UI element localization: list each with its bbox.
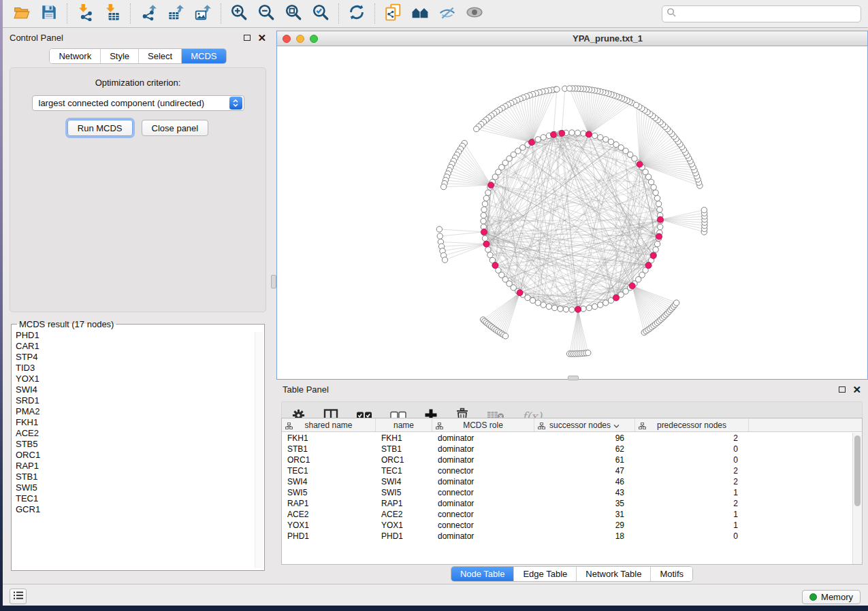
node-table: shared name name MCDS role successor nod… [281,418,863,565]
open-button[interactable] [8,2,35,25]
float-panel-icon[interactable] [244,35,251,41]
table-row[interactable]: PHD1PHD1dominator180 [282,531,852,542]
column-header-successor-nodes[interactable]: successor nodes [534,418,635,431]
optimization-criterion-select[interactable]: largest connected component (undirected) [32,95,244,111]
application-window: Control Panel ✕ Network Style Select MCD… [3,0,868,606]
fit-content-icon [285,3,302,24]
float-table-panel-icon[interactable] [839,386,846,393]
table-row[interactable]: STB1STB1dominator620 [282,444,852,455]
mcds-result-item[interactable]: TEC1 [16,493,264,504]
mcds-result-item[interactable]: ORC1 [16,450,264,461]
window-close-icon[interactable] [283,35,291,43]
window-minimize-icon[interactable] [296,35,304,43]
refresh-icon [348,3,366,24]
network-window-titlebar[interactable]: YPA_prune.txt_1 [277,31,867,46]
table-row[interactable]: SWI5SWI5connector431 [282,487,852,498]
first-neighbors-button[interactable] [406,2,434,25]
mcds-result-item[interactable]: STP4 [16,352,264,363]
mcds-result-item[interactable]: TID3 [16,363,264,374]
table-scrollbar-thumb[interactable] [854,435,861,506]
table-cell: RAP1 [376,498,432,509]
import-network-button[interactable] [71,2,99,25]
mcds-result-item[interactable]: GCR1 [16,504,264,515]
export-table-button[interactable] [162,2,189,25]
tab-edge-table[interactable]: Edge Table [513,567,576,581]
table-cell: ACE2 [282,509,376,520]
memory-button[interactable]: Memory [802,590,861,604]
toolbar-separator [338,3,339,24]
tab-style[interactable]: Style [100,49,138,63]
column-header-predecessor-nodes[interactable]: predecessor nodes [635,418,749,431]
mcds-result-item[interactable]: CAR1 [16,341,264,352]
search-field[interactable] [662,5,861,22]
clone-network-button[interactable] [379,2,406,25]
zoom-in-button[interactable] [225,2,253,25]
mcds-result-item[interactable]: YOX1 [16,374,264,384]
mcds-result-item[interactable]: ACE2 [16,428,264,439]
show-all-button[interactable] [461,2,488,25]
mcds-result-list: PHD1CAR1STP4TID3YOX1SWI4SRD1PMA2FKH1ACE2… [16,330,264,559]
mcds-result-item[interactable]: PMA2 [16,406,264,417]
mcds-result-item[interactable]: PHD1 [16,330,264,341]
mcds-result-item[interactable]: SWI5 [16,482,264,493]
table-cell: 96 [534,433,635,444]
mcds-result-item[interactable]: STB1 [16,472,264,482]
hide-selected-button[interactable] [434,2,461,25]
table-row[interactable]: ACE2ACE2connector311 [282,509,852,520]
table-cell: 2 [635,498,749,509]
tab-network-table[interactable]: Network Table [576,567,650,581]
mcds-result-scrollbar[interactable] [255,332,263,568]
tab-motifs[interactable]: Motifs [650,567,692,581]
table-cell: TEC1 [282,465,376,476]
horizontal-splitter-handle[interactable] [568,376,579,380]
mcds-result-item[interactable]: RAP1 [16,461,264,472]
import-table-button[interactable] [99,2,126,25]
column-header-name[interactable]: name [376,418,432,431]
refresh-button[interactable] [343,2,370,25]
table-cell: 1 [635,487,749,498]
zoom-selected-icon [312,3,329,24]
control-panel-title: Control Panel [10,33,63,43]
vertical-splitter-handle[interactable] [271,275,276,288]
tab-select[interactable]: Select [138,49,181,63]
save-button[interactable] [35,2,63,25]
table-scrollbar[interactable] [852,433,862,564]
network-window-title: YPA_prune.txt_1 [573,33,643,44]
export-image-button[interactable] [189,2,216,25]
table-cell: ORC1 [282,455,376,465]
search-input[interactable] [677,9,856,19]
close-table-panel-icon[interactable]: ✕ [852,384,861,395]
column-header-shared-name[interactable]: shared name [282,418,376,431]
mcds-result-item[interactable]: SWI4 [16,384,264,395]
network-canvas[interactable] [277,46,867,379]
zoom-out-button[interactable] [253,2,280,25]
table-cell: YOX1 [282,520,376,531]
tab-mcds[interactable]: MCDS [181,49,225,63]
tab-node-table[interactable]: Node Table [451,567,514,581]
table-row[interactable]: ORC1ORC1dominator610 [282,455,852,465]
fit-content-button[interactable] [280,2,307,25]
table-row[interactable]: YOX1YOX1connector291 [282,520,852,531]
column-header-mcds-role[interactable]: MCDS role [432,418,534,431]
table-cell: 1 [635,520,749,531]
export-network-button[interactable] [135,2,162,25]
close-panel-icon[interactable]: ✕ [257,33,266,43]
search-icon [666,7,677,20]
close-panel-button[interactable]: Close panel [142,120,209,136]
table-cell: 46 [534,476,635,487]
run-mcds-button[interactable]: Run MCDS [67,120,133,136]
table-cell: SWI5 [376,487,432,498]
mcds-result-item[interactable]: FKH1 [16,417,264,428]
table-row[interactable]: RAP1RAP1dominator352 [282,498,852,509]
mcds-result-item[interactable]: SRD1 [16,395,264,406]
table-panel-title: Table Panel [283,384,329,395]
table-row[interactable]: TEC1TEC1connector472 [282,465,852,476]
mcds-result-item[interactable]: STB5 [16,439,264,450]
table-row[interactable]: FKH1FKH1dominator962 [282,433,852,444]
table-cell: 1 [635,509,749,520]
table-row[interactable]: SWI4SWI4dominator462 [282,476,852,487]
task-history-button[interactable] [10,589,27,604]
window-maximize-icon[interactable] [310,35,318,43]
tab-network[interactable]: Network [50,49,100,63]
zoom-selected-button[interactable] [307,2,334,25]
